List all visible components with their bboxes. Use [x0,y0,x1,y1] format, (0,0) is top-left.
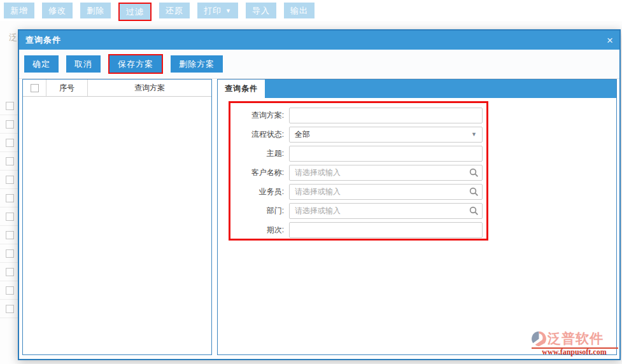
application-window: 新增 修改 删除 过滤 还原 打印 ▼ 导入 输出 泛 查询条件 × [0,0,622,364]
form-row-flow-status: 流程状态: 全部 ▼ [230,125,483,144]
search-icon[interactable] [469,206,479,216]
fanpu-logo-icon [530,330,548,347]
query-plan-table: 序号 查询方案 [22,79,212,355]
form-row-salesperson: 业务员: [230,182,483,201]
table-row [0,244,19,263]
field-label: 查询方案: [230,110,289,121]
vendor-name: 泛普软件 [548,330,604,347]
tab-query-conditions[interactable]: 查询条件 [218,80,265,98]
dialog-button-bar: 确定 取消 保存方案 删除方案 [19,50,619,79]
form-row-customer-name: 客户名称: [230,163,483,182]
search-icon[interactable] [469,168,479,178]
row-checkbox[interactable] [6,194,14,202]
background-text-fragment: 泛 [9,32,17,43]
form-highlight-box: 查询方案: 流程状态: 全部 ▼ 主题: [229,101,488,241]
form-row-period: 期次: [230,220,483,239]
main-toolbar: 新增 修改 删除 过滤 还原 打印 ▼ 导入 输出 [0,0,622,21]
table-row [0,189,19,207]
delete-plan-button[interactable]: 删除方案 [171,55,223,73]
select-all-checkbox[interactable] [31,84,39,92]
row-checkbox[interactable] [6,213,14,221]
vendor-watermark: 泛普软件 www.fanpusoft.com [530,330,618,357]
toolbar-button-edit[interactable]: 修改 [42,3,73,18]
toolbar-button-print-label: 打印 [204,5,222,17]
table-row [0,226,19,244]
background-table-rows [0,97,19,318]
department-input[interactable] [289,203,483,219]
query-plan-table-header: 序号 查询方案 [23,80,211,97]
table-row [0,300,19,318]
flow-status-value: 全部 [295,129,310,140]
plan-name-input[interactable] [289,108,483,123]
table-row [0,207,19,226]
toolbar-button-import[interactable]: 导入 [246,3,276,18]
filter-button-highlight-box: 过滤 [118,3,152,21]
toolbar-button-print[interactable]: 打印 ▼ [197,3,238,18]
search-icon[interactable] [469,187,479,197]
cancel-button[interactable]: 取消 [66,55,101,73]
form-row-plan-name: 查询方案: [230,106,483,125]
toolbar-button-filter[interactable]: 过滤 [120,4,150,20]
tab-strip: 查询条件 [218,80,616,98]
close-icon[interactable]: × [607,35,613,46]
row-checkbox[interactable] [6,249,14,258]
row-checkbox[interactable] [6,157,14,165]
field-label: 业务员: [230,186,289,197]
row-checkbox[interactable] [6,305,14,313]
field-label: 部门: [230,206,289,216]
table-row [0,263,19,281]
dialog-titlebar[interactable]: 查询条件 × [19,31,619,50]
toolbar-button-delete[interactable]: 删除 [80,3,111,18]
query-conditions-panel: 查询条件 查询方案: 流程状态: 全部 ▼ [217,79,617,355]
row-checkbox[interactable] [6,176,14,184]
chevron-down-icon: ▼ [225,8,232,14]
form-row-subject: 主题: [230,144,483,163]
column-header-plan[interactable]: 查询方案 [88,80,211,96]
query-conditions-dialog: 查询条件 × 确定 取消 保存方案 删除方案 序号 查询方案 查询条件 [18,29,621,360]
table-row [0,97,19,115]
row-checkbox[interactable] [6,231,14,239]
subject-input[interactable] [289,146,483,162]
header-checkbox-cell [23,80,46,96]
toolbar-button-add[interactable]: 新增 [4,3,34,18]
table-row [0,134,19,152]
row-checkbox[interactable] [6,120,14,129]
field-label: 客户名称: [230,167,289,178]
salesperson-input[interactable] [289,184,483,200]
row-checkbox[interactable] [6,268,14,276]
customer-name-input[interactable] [289,165,483,181]
period-input[interactable] [289,222,483,238]
toolbar-button-export[interactable]: 输出 [284,3,315,18]
field-label: 期次: [230,225,289,235]
save-plan-highlight-box: 保存方案 [108,54,163,74]
confirm-button[interactable]: 确定 [24,55,59,73]
table-row [0,171,19,189]
form-row-department: 部门: [230,201,483,220]
row-checkbox[interactable] [6,139,14,147]
vendor-url: www.fanpusoft.com [530,347,618,357]
column-header-index[interactable]: 序号 [46,80,88,96]
field-label: 主题: [230,148,289,159]
field-label: 流程状态: [230,129,289,140]
table-row [0,152,19,171]
table-row [0,281,19,300]
dialog-title: 查询条件 [25,34,61,46]
save-plan-button[interactable]: 保存方案 [110,55,162,73]
row-checkbox[interactable] [6,102,14,110]
row-checkbox[interactable] [6,286,14,295]
flow-status-select[interactable]: 全部 ▼ [289,127,483,143]
table-row [0,115,19,134]
chevron-down-icon: ▼ [471,131,477,137]
toolbar-button-restore[interactable]: 还原 [159,3,190,18]
